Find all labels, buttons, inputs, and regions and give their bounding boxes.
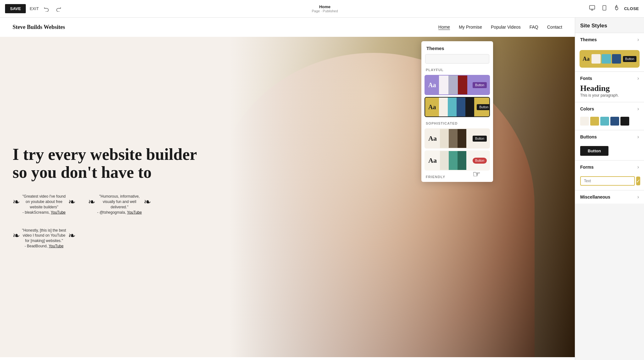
redo-button[interactable] bbox=[54, 5, 63, 13]
preview-swatch-1 bbox=[591, 54, 601, 64]
swatch-1 bbox=[440, 151, 449, 170]
exit-button[interactable]: EXIT bbox=[30, 6, 39, 11]
themes-search-input[interactable] bbox=[425, 54, 489, 64]
nav-contact[interactable]: Contact bbox=[547, 25, 562, 30]
desktop-icon bbox=[589, 5, 595, 11]
theme-sophisticated-dark[interactable]: Aa Button bbox=[425, 128, 490, 149]
preview-swatch-2 bbox=[602, 54, 611, 64]
themes-preview-swatches bbox=[591, 54, 621, 64]
fonts-section-row[interactable]: Fonts › bbox=[580, 72, 639, 84]
swatch-2 bbox=[448, 98, 457, 116]
desktop-view-button[interactable] bbox=[587, 3, 597, 14]
testimonial-text-3: "Honestly, [this is] the best video I fo… bbox=[22, 228, 66, 243]
laurel-right-3: ❧ bbox=[68, 230, 75, 241]
main-layout: Steve Builds Websites Home My Promise Po… bbox=[0, 18, 644, 360]
theme-button-preview: Button bbox=[473, 158, 487, 164]
laurel-right-1: ❧ bbox=[68, 197, 75, 207]
button-preview[interactable]: Button bbox=[580, 146, 608, 156]
laurel-right-2: ❧ bbox=[144, 197, 151, 207]
themes-section-row[interactable]: Themes › bbox=[575, 33, 644, 46]
theme-sophisticated-teal[interactable]: Aa Button bbox=[425, 150, 490, 171]
testimonial-3: ❧ "Honestly, [this is] the best video I … bbox=[13, 228, 75, 249]
toolbar: SAVE EXIT Home Page · Published CLOSE bbox=[0, 0, 644, 18]
testimonial-attr-2: - @tshegogmala, YouTube bbox=[88, 210, 151, 215]
svg-rect-0 bbox=[589, 6, 595, 9]
swatch-1 bbox=[440, 129, 449, 148]
theme-swatches bbox=[440, 129, 470, 148]
testimonial-text-1: "Greatest video I've found on youtube ab… bbox=[22, 194, 66, 210]
colors-swatches bbox=[580, 117, 639, 126]
swatch-2 bbox=[448, 76, 458, 94]
styles-button[interactable] bbox=[612, 3, 622, 14]
testimonial-text-2: "Humorous, informative, visually fun and… bbox=[97, 194, 142, 210]
colors-section: Colors › bbox=[575, 102, 644, 130]
page-status: Page · Published bbox=[312, 9, 338, 13]
color-swatch-4 bbox=[610, 117, 619, 126]
nav-my-promise[interactable]: My Promise bbox=[459, 25, 482, 30]
laurel-left-3: ❧ bbox=[13, 230, 20, 241]
forms-input-preview[interactable] bbox=[580, 176, 635, 186]
panel-title: Site Styles bbox=[575, 18, 644, 33]
hero-content: I try every website builder so you don't… bbox=[13, 145, 201, 249]
theme-aa-label: Aa bbox=[425, 134, 440, 143]
chevron-right-icon: › bbox=[637, 37, 639, 42]
swatch-1 bbox=[439, 76, 448, 94]
mobile-view-button[interactable] bbox=[600, 3, 609, 14]
site-navigation: Steve Builds Websites Home My Promise Po… bbox=[0, 18, 575, 37]
testimonial-link-1[interactable]: YouTube bbox=[51, 210, 65, 214]
page-title: Home bbox=[319, 4, 330, 9]
theme-button-preview: Button bbox=[473, 136, 487, 142]
redo-icon bbox=[56, 6, 61, 12]
buttons-section-row[interactable]: Buttons › bbox=[580, 130, 639, 143]
chevron-right-icon: › bbox=[637, 76, 639, 81]
themes-section: Themes › Aa Button bbox=[575, 33, 644, 72]
color-swatch-2 bbox=[590, 117, 599, 126]
nav-faq[interactable]: FAQ bbox=[530, 25, 538, 30]
buttons-section: Buttons › Button bbox=[575, 130, 644, 160]
themes-preview-button: Button bbox=[623, 56, 636, 62]
nav-home[interactable]: Home bbox=[438, 25, 450, 30]
sophisticated-section-label: SOPHISTICATED bbox=[421, 119, 493, 127]
theme-playful-yellow[interactable]: Aa Button bbox=[425, 97, 490, 117]
theme-aa-label: Aa bbox=[425, 156, 440, 165]
colors-label: Colors bbox=[580, 106, 594, 111]
color-swatch-1 bbox=[580, 117, 589, 126]
undo-button[interactable] bbox=[42, 5, 51, 13]
save-button[interactable]: SAVE bbox=[5, 4, 26, 13]
forms-label: Forms bbox=[580, 165, 594, 170]
laurel-left-1: ❧ bbox=[13, 197, 20, 207]
undo-icon bbox=[44, 6, 49, 12]
fonts-section: Fonts › Heading This is your paragraph. bbox=[575, 72, 644, 102]
site-logo: Steve Builds Websites bbox=[13, 24, 65, 31]
laurel-left-2: ❧ bbox=[88, 197, 95, 207]
fonts-paragraph-preview: This is your paragraph. bbox=[580, 93, 639, 98]
mobile-icon bbox=[602, 5, 607, 11]
forms-section: Forms › ✓ bbox=[575, 160, 644, 190]
themes-popup-header: Themes bbox=[421, 41, 493, 54]
forms-section-row[interactable]: Forms › bbox=[580, 160, 639, 174]
themes-popup: Themes PLAYFUL Aa Button Aa bbox=[421, 41, 493, 182]
toolbar-right: CLOSE bbox=[587, 3, 639, 14]
theme-button-preview: Button bbox=[477, 104, 490, 110]
color-swatch-3 bbox=[600, 117, 609, 126]
nav-popular-videos[interactable]: Popular Videos bbox=[491, 25, 521, 30]
colors-section-row[interactable]: Colors › bbox=[580, 102, 639, 115]
close-button[interactable]: CLOSE bbox=[624, 6, 639, 11]
testimonial-1: ❧ "Greatest video I've found on youtube … bbox=[13, 194, 75, 215]
fonts-label: Fonts bbox=[580, 76, 592, 81]
theme-playful-purple[interactable]: Aa Button bbox=[425, 75, 490, 95]
testimonial-link-3[interactable]: YouTube bbox=[49, 244, 64, 248]
preview-area: Steve Builds Websites Home My Promise Po… bbox=[0, 18, 575, 360]
forms-check-icon: ✓ bbox=[636, 177, 640, 185]
forms-preview: ✓ bbox=[580, 176, 639, 186]
swatch-3 bbox=[458, 129, 466, 148]
fonts-heading-preview: Heading bbox=[580, 84, 639, 93]
misc-section: Miscellaneous › bbox=[575, 190, 644, 204]
playful-section-label: PLAYFUL bbox=[421, 66, 493, 73]
misc-section-row[interactable]: Miscellaneous › bbox=[580, 190, 639, 204]
site-styles-panel: Site Styles Themes › Aa Button Fonts › bbox=[575, 18, 644, 360]
chevron-right-icon: › bbox=[637, 106, 639, 112]
chevron-right-icon: › bbox=[637, 164, 639, 170]
testimonial-link-2[interactable]: YouTube bbox=[127, 210, 142, 214]
chevron-right-icon: › bbox=[637, 194, 639, 200]
